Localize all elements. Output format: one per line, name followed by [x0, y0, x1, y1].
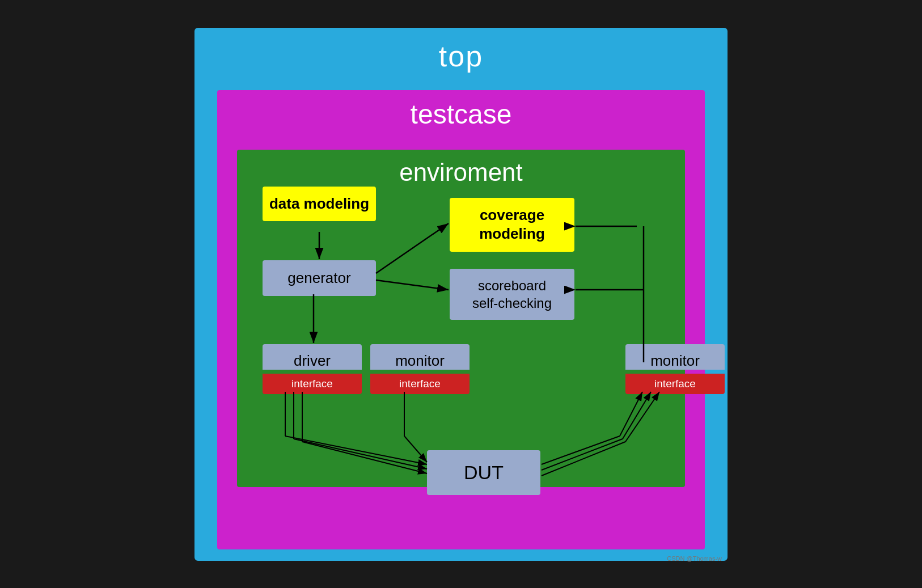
driver-interface-tag: interface: [263, 374, 362, 394]
monitor-right-interface-tag: interface: [625, 374, 725, 394]
watermark: CSDN @Thomas-w: [667, 555, 722, 562]
environment-label: enviroment: [149, 158, 773, 187]
data-modeling-box: data modeling: [263, 187, 376, 222]
testcase-label: testcase: [149, 99, 773, 130]
monitor-left-interface-tag: interface: [370, 374, 470, 394]
generator-box: generator: [263, 260, 376, 296]
diagram-wrapper: top testcase enviroment data modeling co…: [149, 22, 773, 566]
monitor-left-box: monitor: [370, 344, 470, 370]
dut-box: DUT: [427, 450, 540, 495]
monitor-right-box: monitor: [625, 344, 725, 370]
top-label: top: [149, 39, 773, 73]
scoreboard-box: scoreboardself-checking: [450, 269, 574, 320]
driver-box: driver: [263, 344, 362, 370]
coverage-modeling-box: coveragemodeling: [450, 198, 574, 252]
